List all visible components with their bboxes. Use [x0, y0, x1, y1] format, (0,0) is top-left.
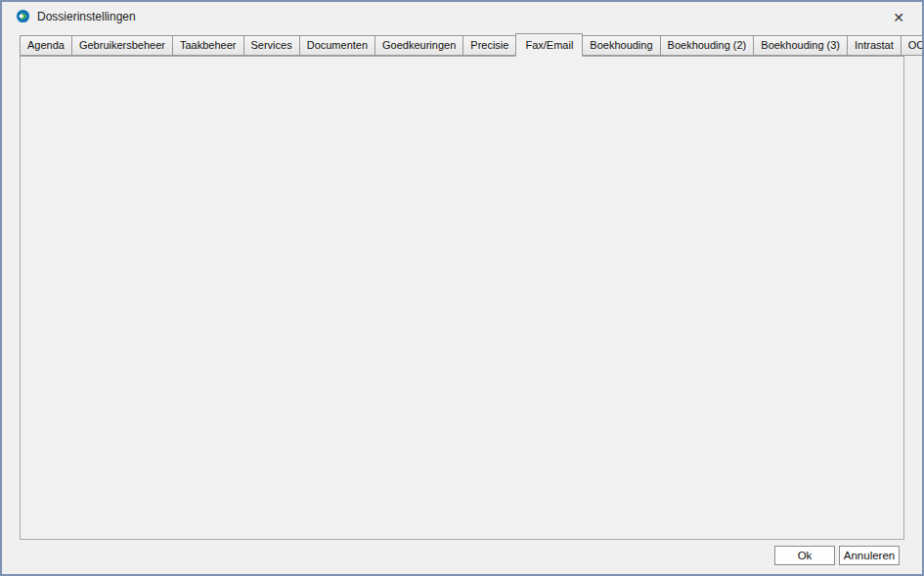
- dossierinstellingen-dialog: Dossierinstellingen ✕ Agenda Gebruikersb…: [0, 0, 924, 576]
- fax-email-tab-panel: [20, 56, 904, 540]
- window-title: Dossierinstellingen: [37, 10, 136, 23]
- ok-button[interactable]: Ok: [774, 546, 835, 565]
- tab-gebruikersbeheer[interactable]: Gebruikersbeheer: [71, 35, 173, 56]
- tab-services[interactable]: Services: [243, 35, 300, 56]
- tab-agenda[interactable]: Agenda: [20, 35, 72, 56]
- tab-ocr-ubl[interactable]: OCR/UBL: [901, 35, 924, 56]
- tab-taakbeheer[interactable]: Taakbeheer: [172, 35, 244, 56]
- tab-boekhouding-3[interactable]: Boekhouding (3): [753, 35, 848, 56]
- app-icon: [16, 9, 30, 23]
- tab-precisie[interactable]: Precisie: [462, 35, 516, 56]
- cancel-button[interactable]: Annuleren: [839, 546, 900, 565]
- tab-documenten[interactable]: Documenten: [299, 35, 375, 56]
- tab-strip: Agenda Gebruikersbeheer Taakbeheer Servi…: [20, 32, 924, 56]
- tab-boekhouding[interactable]: Boekhouding: [582, 35, 660, 56]
- tab-fax-email[interactable]: Fax/Email: [515, 33, 583, 57]
- tab-intrastat[interactable]: Intrastat: [847, 35, 902, 56]
- tab-boekhouding-2[interactable]: Boekhouding (2): [660, 35, 755, 56]
- tab-goedkeuringen[interactable]: Goedkeuringen: [374, 35, 463, 56]
- close-icon[interactable]: ✕: [885, 6, 912, 29]
